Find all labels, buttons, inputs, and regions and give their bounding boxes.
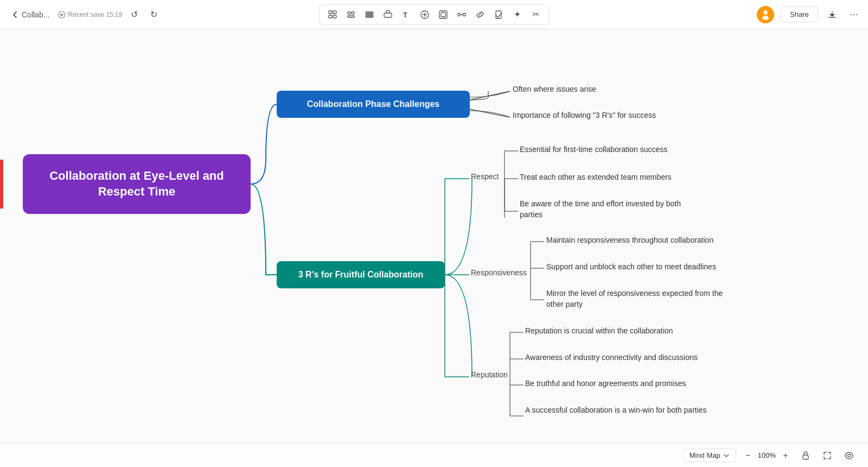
responsiveness-leaf-2: Support and unblock each other to meet d… (546, 262, 716, 273)
avatar-icon (760, 9, 771, 20)
svg-point-20 (762, 16, 769, 20)
connect-tool[interactable] (454, 7, 469, 22)
undo-button[interactable]: ↺ (126, 7, 142, 22)
back-button[interactable]: Collab... (7, 8, 54, 21)
zoom-controls: − 100% + (742, 449, 792, 462)
responsiveness-leaf-1: Maintain responsiveness throughout colla… (546, 235, 713, 246)
bottombar: Mind Map − 100% + (0, 443, 868, 467)
responsiveness-leaf-3: Mirror the level of responsiveness expec… (546, 288, 742, 310)
zoom-level: 100% (758, 451, 776, 459)
reputation-leaf-4: A successful collaboration is a win-win … (525, 405, 707, 416)
svg-point-19 (763, 10, 768, 15)
svg-rect-3 (329, 15, 332, 18)
svg-rect-2 (333, 11, 336, 14)
collab-leaf-1: Often where issues arise (513, 84, 596, 95)
fullscreen-button[interactable] (819, 447, 835, 464)
redo-button[interactable]: ↻ (146, 7, 161, 22)
layout-tool[interactable] (362, 7, 377, 22)
svg-rect-11 (384, 13, 392, 17)
respect-leaf-3: Be aware of the time and effort invested… (520, 199, 693, 220)
text-tool[interactable]: T (399, 7, 414, 22)
share-button[interactable]: Share (781, 7, 818, 22)
chevron-down-icon (723, 452, 730, 459)
svg-point-38 (848, 454, 851, 457)
more-options-button[interactable]: ⋯ (846, 7, 861, 22)
reputation-leaf-3: Be truthful and honor agreements and pro… (525, 378, 686, 389)
svg-rect-4 (333, 15, 336, 18)
reputation-label: Reputation (471, 370, 508, 379)
root-node[interactable]: Collaboration at Eye-Level and Respect T… (23, 154, 251, 214)
style-tool[interactable] (380, 7, 395, 22)
respect-leaf-2: Treat each other as extended team member… (520, 172, 672, 183)
frame-tool[interactable] (436, 7, 451, 22)
topbar-right: Share ⋯ (757, 6, 861, 23)
topbar-left: Collab... Recent save 15:19 ↺ ↻ (7, 7, 161, 22)
bookmark-tool[interactable] (491, 7, 506, 22)
svg-rect-6 (352, 12, 354, 14)
responsiveness-label: Responsiveness (471, 268, 527, 277)
toolbar-center: T ✦ ✂ (319, 4, 549, 25)
respect-leaf-1: Essential for first-time collaboration s… (520, 144, 667, 155)
root-left-accent (0, 160, 3, 209)
sparkle-tool[interactable]: ✦ (509, 7, 525, 22)
svg-point-17 (463, 13, 466, 16)
reputation-leaf-2: Awareness of industry connectivity and d… (525, 352, 698, 363)
add-tool[interactable] (417, 7, 432, 22)
lock-button[interactable] (797, 447, 814, 464)
svg-rect-5 (348, 12, 350, 14)
three-rs-node[interactable]: 3 R's for Fruitful Collaboration (277, 261, 445, 288)
svg-rect-9 (366, 14, 373, 15)
svg-rect-7 (348, 16, 354, 17)
mode-selector[interactable]: Mind Map (684, 449, 736, 462)
svg-rect-1 (329, 11, 332, 14)
collab-leaf-2: Importance of following "3 R's" for succ… (513, 110, 656, 121)
respect-label: Respect (471, 172, 499, 181)
doc-title: Collab... (22, 10, 49, 19)
collab-phase-node[interactable]: Collaboration Phase Challenges (277, 91, 470, 118)
reputation-leaf-1: Reputation is crucial within the collabo… (525, 326, 673, 337)
back-arrow-icon (11, 10, 20, 19)
eye-button[interactable] (841, 447, 857, 464)
topbar: Collab... Recent save 15:19 ↺ ↻ T (0, 0, 868, 29)
svg-rect-8 (366, 12, 373, 13)
ungroup-tool[interactable] (343, 7, 359, 22)
magic-tool[interactable]: ✂ (528, 7, 543, 22)
svg-rect-10 (366, 16, 373, 17)
canvas: Collaboration at Eye-Level and Respect T… (0, 29, 868, 467)
zoom-out-button[interactable]: − (742, 449, 755, 462)
link-tool[interactable] (473, 7, 488, 22)
svg-text:T: T (403, 11, 407, 19)
zoom-in-button[interactable]: + (779, 449, 792, 462)
save-status: Recent save 15:19 (58, 11, 122, 18)
user-avatar (757, 6, 774, 23)
svg-rect-15 (441, 12, 445, 17)
svg-rect-14 (439, 11, 447, 18)
select-tool[interactable] (325, 7, 340, 22)
svg-rect-37 (803, 455, 808, 459)
save-icon (58, 11, 66, 18)
export-button[interactable] (825, 7, 840, 22)
svg-point-16 (458, 13, 461, 16)
